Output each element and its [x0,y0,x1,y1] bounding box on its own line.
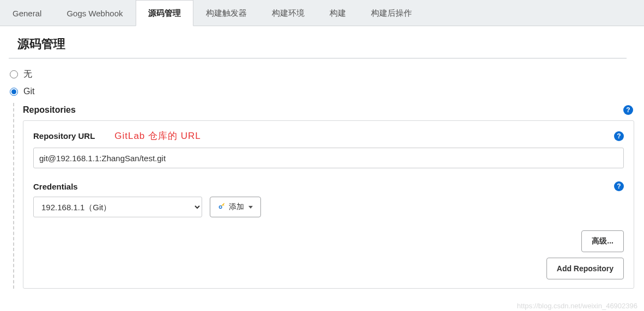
add-credentials-label: 添加 [229,202,244,212]
help-icon[interactable]: ? [614,131,624,141]
config-tabs: General Gogs Webhook 源码管理 构建触发器 构建环境 构建 … [0,0,644,26]
scm-label-git: Git [23,87,34,96]
tab-build-triggers[interactable]: 构建触发器 [193,0,259,26]
add-repository-button[interactable]: Add Repository [546,258,624,279]
section-title: 源码管理 [9,26,627,59]
scm-radio-none[interactable] [10,70,18,78]
tab-post-build[interactable]: 构建后操作 [359,0,424,26]
credentials-select[interactable]: 192.168.1.1（Git） [33,197,202,217]
repo-url-label: Repository URL [33,131,95,141]
svg-point-0 [219,205,222,208]
scm-option-git-row: Git [9,83,635,100]
tab-general[interactable]: General [0,0,54,26]
scm-option-none-row: 无 [9,65,635,83]
watermark-text: https://blog.csdn.net/weixin_46902396 [517,302,637,310]
tab-scm[interactable]: 源码管理 [136,0,193,26]
scm-radio-git[interactable] [10,88,18,96]
repo-url-annotation: GitLab 仓库的 URL [114,131,201,141]
advanced-button[interactable]: 高级... [581,230,624,252]
credentials-label: Credentials [33,182,78,191]
git-config-panel: Repositories ? Repository URL GitLab 仓库的… [13,103,635,289]
tab-gogs-webhook[interactable]: Gogs Webhook [54,0,135,26]
repositories-label: Repositories [23,105,76,115]
help-icon[interactable]: ? [623,105,633,115]
add-credentials-button[interactable]: 添加 [210,197,261,217]
repo-url-input[interactable] [33,148,624,168]
chevron-down-icon [248,206,253,209]
key-icon [218,203,226,212]
repository-panel: Repository URL GitLab 仓库的 URL ? Credenti… [23,120,634,289]
help-icon[interactable]: ? [614,181,624,191]
scm-label-none: 无 [23,69,32,80]
tab-build[interactable]: 构建 [317,0,359,26]
tab-build-environment[interactable]: 构建环境 [259,0,317,26]
